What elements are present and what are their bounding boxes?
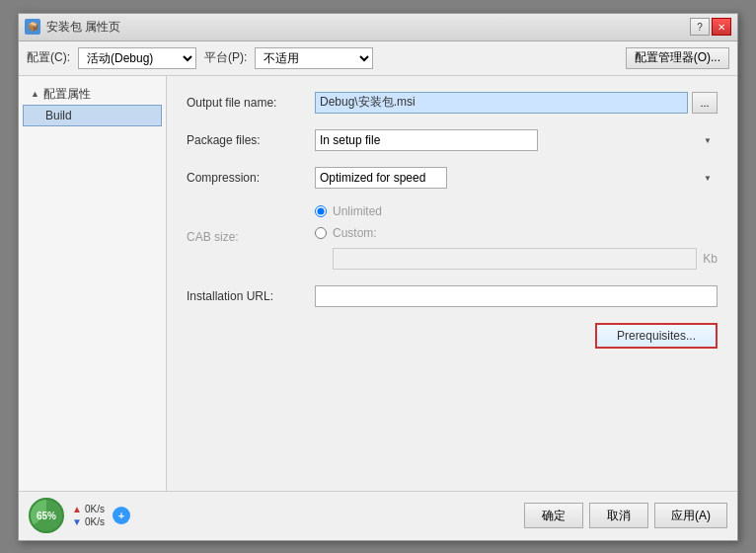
config-select[interactable]: 活动(Debug) <box>78 47 196 69</box>
config-label: 配置(C): <box>27 49 70 66</box>
package-files-select[interactable]: In setup file As loose uncompressed file… <box>315 129 538 151</box>
progress-percent: 65% <box>37 511 56 521</box>
close-button[interactable]: ✕ <box>712 18 731 36</box>
apply-button[interactable]: 应用(A) <box>654 503 727 528</box>
compression-label: Compression: <box>187 171 315 185</box>
help-button[interactable]: ? <box>690 18 710 36</box>
package-files-row: Package files: In setup file As loose un… <box>187 129 718 151</box>
output-file-input[interactable] <box>315 92 688 114</box>
custom-radio[interactable] <box>315 227 327 239</box>
download-arrow-icon: ▼ <box>72 516 82 527</box>
unlimited-radio-row: Unlimited <box>315 204 718 218</box>
installation-url-label: Installation URL: <box>187 289 315 303</box>
tree-group-label-text: 配置属性 <box>43 86 91 103</box>
prerequisites-row: Prerequisites... <box>187 323 718 349</box>
browse-button[interactable]: ... <box>692 92 718 114</box>
upload-arrow-icon: ▲ <box>72 504 82 514</box>
bottom-bar: 65% ▲ 0K/s ▼ 0K/s + 确定 取消 应用(A) <box>19 491 737 540</box>
title-buttons: ? ✕ <box>690 18 731 36</box>
cab-size-radio-group: Unlimited Custom: Kb <box>315 204 718 270</box>
prerequisites-button[interactable]: Prerequisites... <box>595 323 718 349</box>
kb-input[interactable] <box>333 248 697 270</box>
output-file-input-group: ... <box>315 92 718 114</box>
left-panel: ▲ 配置属性 Build <box>19 76 167 491</box>
speed-up-row: ▲ 0K/s <box>72 504 105 514</box>
window-icon: 📦 <box>25 19 40 35</box>
output-file-label: Output file name: <box>187 96 315 110</box>
installation-url-row: Installation URL: <box>187 285 718 307</box>
custom-radio-row: Custom: <box>315 226 718 240</box>
tree-group: ▲ 配置属性 <box>23 84 162 105</box>
kb-row: Kb <box>333 248 718 270</box>
main-content: ▲ 配置属性 Build Output file name: ... Packa… <box>19 76 737 491</box>
platform-label: 平台(P): <box>204 49 247 66</box>
cab-size-row: CAB size: Unlimited Custom: Kb <box>187 204 718 270</box>
compression-select[interactable]: Optimized for speed Optimized for size N… <box>315 167 447 189</box>
compression-row: Compression: Optimized for speed Optimiz… <box>187 167 718 189</box>
platform-select[interactable]: 不适用 <box>255 47 373 69</box>
package-files-select-wrapper: In setup file As loose uncompressed file… <box>315 129 718 151</box>
toolbar: 配置(C): 活动(Debug) 平台(P): 不适用 配置管理器(O)... <box>19 41 737 76</box>
confirm-button[interactable]: 确定 <box>524 503 583 528</box>
progress-circle: 65% <box>29 498 64 533</box>
cancel-button[interactable]: 取消 <box>589 503 648 528</box>
cab-size-label: CAB size: <box>187 230 315 244</box>
title-bar-left: 📦 安装包 属性页 <box>25 19 120 36</box>
speed-info: ▲ 0K/s ▼ 0K/s <box>72 504 105 527</box>
kb-label: Kb <box>703 252 718 266</box>
installation-url-input[interactable] <box>315 285 718 307</box>
upload-speed: 0K/s <box>85 504 105 514</box>
unlimited-radio[interactable] <box>315 205 327 217</box>
tree-item-build[interactable]: Build <box>23 105 162 126</box>
compression-select-wrapper: Optimized for speed Optimized for size N… <box>315 167 718 189</box>
window-title: 安装包 属性页 <box>46 19 120 36</box>
speed-down-row: ▼ 0K/s <box>72 516 105 527</box>
title-bar: 📦 安装包 属性页 ? ✕ <box>19 14 737 41</box>
unlimited-label: Unlimited <box>333 204 382 218</box>
tree-arrow-icon: ▲ <box>31 89 39 99</box>
main-window: 📦 安装包 属性页 ? ✕ 配置(C): 活动(Debug) 平台(P): 不适… <box>18 13 738 541</box>
config-manager-button[interactable]: 配置管理器(O)... <box>626 47 729 69</box>
package-files-label: Package files: <box>187 133 315 147</box>
bottom-left: 65% ▲ 0K/s ▼ 0K/s + <box>29 498 130 533</box>
right-panel: Output file name: ... Package files: In … <box>167 76 737 491</box>
output-file-row: Output file name: ... <box>187 92 718 114</box>
custom-label: Custom: <box>333 226 377 240</box>
network-icon: + <box>113 507 130 524</box>
download-speed: 0K/s <box>85 516 105 527</box>
